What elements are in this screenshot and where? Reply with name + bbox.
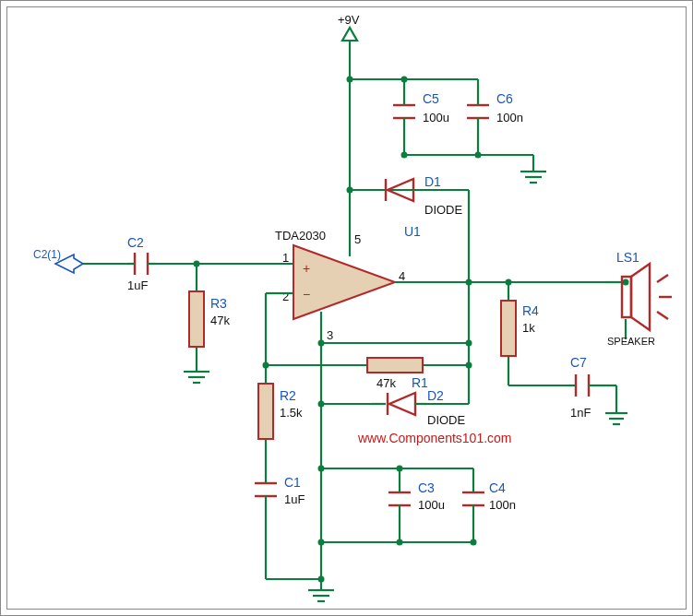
pin4-label: 4 [399, 269, 405, 283]
label-d2-val: DIODE [427, 413, 466, 427]
label-c2-1: C2(1) [33, 248, 61, 261]
label-c6-name: C6 [496, 91, 513, 106]
label-r2-name: R2 [280, 388, 296, 403]
schematic-frame: +9V 5 C2(1) 1 2 4 + − 3 [0, 0, 693, 616]
cap-c1 [255, 478, 277, 505]
svg-point-53 [397, 539, 403, 546]
label-c2-val: 1uF [127, 278, 148, 292]
svg-point-1 [401, 77, 408, 83]
label-ls1: LS1 [616, 250, 639, 265]
res-r4 [501, 301, 516, 356]
label-c5-name: C5 [423, 91, 439, 106]
label-c1-val: 1uF [284, 492, 305, 506]
svg-point-39 [318, 401, 325, 408]
svg-point-51 [318, 466, 325, 472]
label-c5-val: 100u [423, 111, 449, 124]
opamp-plus: + [303, 261, 310, 276]
label-r4-val: 1k [522, 321, 535, 335]
svg-point-0 [347, 77, 353, 83]
svg-point-52 [318, 539, 325, 546]
svg-point-46 [397, 466, 403, 472]
label-r3-val: 47k [210, 314, 230, 327]
label-d2-name: D2 [427, 388, 444, 403]
label-u1: U1 [404, 224, 421, 239]
speaker-icon [622, 264, 672, 330]
svg-point-6 [475, 152, 482, 159]
pin2-label: 2 [282, 290, 289, 303]
label-r1-val: 47k [376, 376, 396, 390]
res-r2 [258, 384, 273, 439]
label-d1-val: DIODE [424, 203, 463, 217]
circuit-svg: +9V 5 C2(1) 1 2 4 + − 3 [7, 7, 687, 610]
svg-point-33 [466, 340, 472, 347]
label-c3-val: 100u [418, 498, 445, 512]
label-r2-val: 1.5k [280, 406, 303, 420]
label-c6-val: 100n [496, 111, 523, 124]
cap-c4 [462, 487, 484, 513]
cap-c2 [127, 253, 155, 275]
power-arrow [342, 28, 357, 41]
schematic-inner-border: +9V 5 C2(1) 1 2 4 + − 3 [6, 6, 687, 610]
label-c7-val: 1nF [570, 406, 591, 420]
diode-d2 [372, 393, 427, 415]
label-d1-name: D1 [424, 174, 441, 189]
pin1-label: 1 [282, 251, 289, 265]
label-r3-name: R3 [210, 296, 227, 311]
svg-line-112 [657, 312, 668, 319]
res-r3 [189, 291, 204, 347]
res-r1 [367, 358, 423, 373]
opamp-body [293, 245, 395, 319]
svg-marker-109 [631, 264, 650, 330]
cap-c7 [568, 374, 596, 397]
cap-c6 [467, 100, 489, 125]
svg-marker-106 [389, 393, 415, 415]
label-power: +9V [338, 13, 360, 27]
label-c4-name: C4 [489, 480, 506, 495]
opamp-minus: − [303, 287, 310, 302]
svg-point-5 [401, 152, 408, 159]
label-url: www.Components101.com [357, 431, 512, 445]
cap-c5 [393, 100, 415, 125]
svg-point-71 [623, 279, 629, 286]
label-r4-name: R4 [522, 303, 539, 318]
label-tda2030: TDA2030 [275, 229, 326, 243]
label-c7-name: C7 [570, 355, 587, 370]
label-speaker: SPEAKER [607, 336, 655, 347]
svg-point-54 [471, 539, 477, 546]
pin3-label: 3 [327, 328, 333, 342]
pin5-label: 5 [354, 232, 361, 246]
label-c4-val: 100n [489, 498, 516, 512]
label-c1-name: C1 [284, 475, 301, 490]
label-c3-name: C3 [418, 480, 435, 495]
label-r1-name: R1 [412, 375, 428, 390]
label-c2-name: C2 [127, 235, 144, 250]
svg-line-110 [657, 275, 668, 282]
cap-c3 [388, 487, 411, 513]
